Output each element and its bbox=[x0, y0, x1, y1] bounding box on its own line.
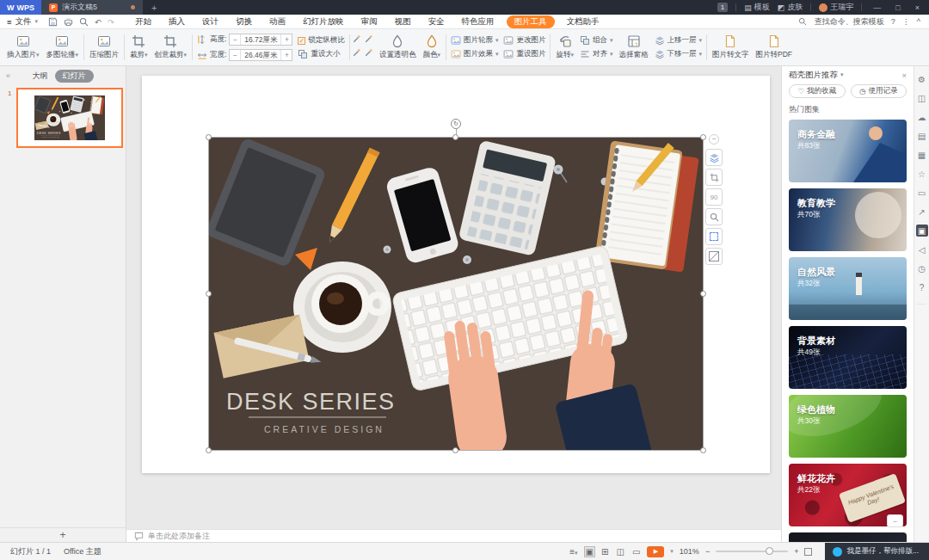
reset-picture-button[interactable]: 重设图片 bbox=[503, 49, 545, 59]
height-minus-button[interactable]: − bbox=[230, 35, 240, 44]
width-plus-button[interactable]: + bbox=[281, 51, 292, 59]
collection-card-plants[interactable]: 绿色植物共30张 bbox=[789, 395, 907, 458]
search-input[interactable]: 查找命令、搜索模板 bbox=[815, 16, 884, 28]
crop-tool-button[interactable] bbox=[705, 169, 723, 186]
picture-to-pdf-button[interactable]: 图片转PDF bbox=[753, 31, 797, 64]
ai-assistant-bar[interactable]: 我是墨仔，帮你排版... bbox=[825, 543, 929, 560]
user-account[interactable]: 王瑞宇 bbox=[819, 2, 853, 13]
minimize-button[interactable]: — bbox=[870, 3, 884, 12]
zoom-slider-knob[interactable] bbox=[766, 547, 773, 555]
tab-slideshow[interactable]: 幻灯片放映 bbox=[294, 16, 353, 28]
redo-icon[interactable]: ↷ bbox=[108, 17, 114, 27]
card-icon[interactable]: ▭ bbox=[916, 187, 928, 199]
help-icon[interactable]: ? bbox=[916, 281, 928, 293]
templates-button[interactable]: ▤模板 bbox=[744, 2, 770, 13]
slide-page[interactable]: ↻ bbox=[142, 76, 770, 473]
slide-thumbnail[interactable] bbox=[16, 88, 123, 148]
preview-icon[interactable] bbox=[79, 17, 89, 27]
save-icon[interactable] bbox=[48, 17, 58, 27]
resize-handle-e[interactable] bbox=[700, 291, 706, 297]
tab-doc-assistant[interactable]: 文档助手 bbox=[558, 16, 608, 28]
tab-outline[interactable]: 大纲 bbox=[33, 71, 48, 82]
compress-picture-button[interactable]: 压缩图片 bbox=[86, 31, 122, 64]
collapse-ribbon-icon[interactable]: ^ bbox=[917, 17, 920, 26]
tab-special-apps[interactable]: 特色应用 bbox=[453, 16, 503, 28]
resize-handle-s[interactable] bbox=[452, 447, 458, 453]
zoom-out-button[interactable]: − bbox=[705, 547, 710, 556]
rotate-button[interactable]: 旋转▾ bbox=[552, 31, 577, 64]
collection-card-city[interactable]: 城市建筑 bbox=[789, 532, 907, 542]
collapse-toolbar-button[interactable]: − bbox=[709, 134, 719, 145]
selected-image[interactable]: ↻ bbox=[209, 138, 703, 450]
file-menu[interactable]: ≡ 文件 ▾ bbox=[0, 16, 43, 28]
collection-card-nature[interactable]: 自然风景共32张 bbox=[789, 257, 907, 320]
print-icon[interactable] bbox=[64, 17, 73, 27]
more-icon[interactable]: ⋮ bbox=[902, 17, 910, 26]
close-panel-icon[interactable]: × bbox=[901, 71, 907, 80]
send-backward-button[interactable]: 下移一层▾ bbox=[655, 49, 703, 59]
width-value[interactable]: 26.46厘米 bbox=[240, 50, 281, 60]
add-slide-button[interactable]: + bbox=[0, 527, 126, 542]
share-icon[interactable]: ↗ bbox=[916, 206, 928, 218]
selection-pane-button[interactable]: 选择窗格 bbox=[616, 31, 652, 64]
document-tab[interactable]: P 演示文稿5 bbox=[41, 0, 143, 15]
resize-handle-ne[interactable] bbox=[700, 134, 706, 140]
resize-handle-w[interactable] bbox=[206, 291, 212, 297]
wand-remove-icon[interactable] bbox=[364, 34, 374, 44]
zoom-in-button[interactable]: + bbox=[794, 547, 798, 556]
border-tool-button[interactable] bbox=[705, 228, 723, 245]
image-panel-icon-selected[interactable]: ▣ bbox=[916, 225, 928, 237]
favorites-button[interactable]: ♡我的收藏 bbox=[789, 84, 846, 98]
sidebar-collapse-chip[interactable]: − bbox=[887, 514, 903, 527]
settings-icon[interactable]: ⚙ bbox=[916, 73, 928, 85]
picture-effects-button[interactable]: 图片效果▾ bbox=[451, 49, 499, 59]
collection-card-education[interactable]: 教育教学共70张 bbox=[789, 188, 907, 251]
new-tab-button[interactable]: + bbox=[143, 3, 165, 13]
fit-screen-icon[interactable] bbox=[804, 548, 812, 556]
tab-picture-tools-active[interactable]: 图片工具 bbox=[507, 15, 555, 28]
notes-toggle-icon[interactable]: ≡▾ bbox=[569, 547, 578, 557]
crop-button[interactable]: 裁剪▾ bbox=[126, 31, 151, 64]
skin-button[interactable]: ◩皮肤 bbox=[778, 2, 803, 13]
bring-forward-button[interactable]: 上移一层▾ bbox=[655, 35, 703, 46]
gallery-icon[interactable]: ▦ bbox=[916, 149, 928, 161]
sound-icon[interactable]: ◁ bbox=[916, 243, 928, 255]
resize-handle-nw[interactable] bbox=[206, 134, 212, 140]
reset-size-button[interactable]: 重设大小 bbox=[298, 49, 345, 59]
show-view-button[interactable]: ▭ bbox=[631, 547, 641, 557]
tab-insert[interactable]: 插入 bbox=[160, 16, 194, 28]
change-picture-button[interactable]: 更改图片 bbox=[503, 35, 545, 46]
zoom-tool-button[interactable] bbox=[705, 208, 723, 225]
collection-card-business[interactable]: 商务金融共83张 bbox=[789, 120, 907, 182]
help-icon[interactable]: ? bbox=[891, 17, 895, 26]
height-value[interactable]: 16.72厘米 bbox=[240, 34, 281, 45]
maximize-button[interactable]: □ bbox=[892, 3, 903, 12]
set-transparent-button[interactable]: 设置透明色 bbox=[376, 31, 420, 64]
zoom-slider[interactable] bbox=[716, 551, 788, 552]
wand-erase-icon[interactable] bbox=[364, 47, 374, 58]
rotate-handle[interactable]: ↻ bbox=[451, 119, 461, 129]
layer-tool-button[interactable] bbox=[705, 149, 723, 166]
chevron-down-icon[interactable]: ▾ bbox=[840, 71, 844, 78]
collapse-panel-icon[interactable]: « bbox=[6, 71, 10, 80]
tab-security[interactable]: 安全 bbox=[420, 16, 453, 28]
comments-icon[interactable]: ◫ bbox=[916, 92, 928, 104]
wand-keep-icon[interactable] bbox=[352, 47, 362, 58]
picture-to-text-button[interactable]: 图片转文字 bbox=[709, 31, 753, 64]
cloud-icon[interactable]: ☁ bbox=[916, 111, 928, 123]
creative-crop-button[interactable]: 创意裁剪▾ bbox=[151, 31, 191, 64]
zoom-percent[interactable]: 101% bbox=[680, 547, 699, 556]
picture-outline-button[interactable]: 图片轮廓▾ bbox=[451, 35, 499, 46]
tab-animation[interactable]: 动画 bbox=[261, 16, 294, 28]
sorter-view-button[interactable]: ⊞ bbox=[600, 547, 609, 557]
window-count-badge[interactable]: 1 bbox=[717, 3, 728, 12]
wand-add-icon[interactable] bbox=[352, 34, 362, 44]
tab-home[interactable]: 开始 bbox=[126, 16, 160, 28]
multi-carousel-button[interactable]: 多图轮播▾ bbox=[43, 31, 83, 64]
tab-review[interactable]: 审阅 bbox=[353, 16, 386, 28]
group-button[interactable]: 组合▾ bbox=[580, 35, 613, 46]
align-button[interactable]: 对齐▾ bbox=[580, 49, 613, 59]
lock-ratio-checkbox[interactable]: ✓锁定纵横比 bbox=[298, 35, 345, 46]
tab-design[interactable]: 设计 bbox=[194, 16, 227, 28]
history-button[interactable]: ◷使用记录 bbox=[851, 84, 907, 98]
